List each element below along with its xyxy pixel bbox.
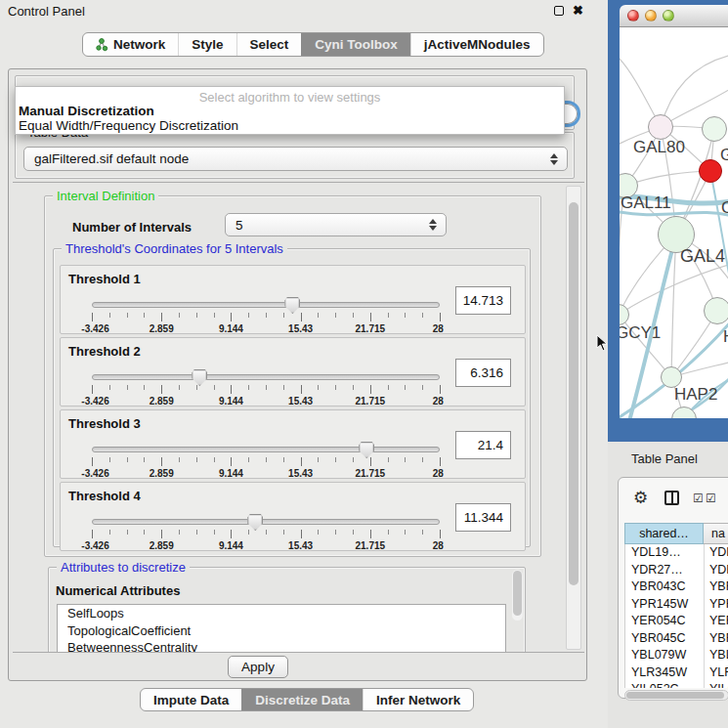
network-canvas[interactable]: GAL80GACGAL11GAL4GCY1HHAP2 [620,27,728,418]
tab-select[interactable]: Select [236,33,302,56]
slider-tick-label: 15.43 [288,468,313,479]
checkbox-icon[interactable]: ☑ [706,492,716,505]
close-traffic-light-icon[interactable] [627,10,639,21]
screenshot-root: Control Panel ✖ Network Style Select Cyn… [0,0,728,728]
dropdown-placeholder-option[interactable]: Select algorithm to view settings [16,87,564,104]
interval-definition-group: Interval Definition Number of Intervals … [44,195,541,557]
threshold-value-field[interactable]: 21.4 [455,431,511,459]
scrollbar-thumb[interactable] [626,692,724,699]
column-header-name[interactable]: na [704,523,728,544]
cyni-toolbox-panel: Discretization Algorithm Table Data galF… [8,68,587,681]
table-horizontal-scrollbar[interactable] [624,690,728,701]
threshold-label: Threshold 3 [68,416,141,431]
close-icon[interactable]: ✖ [573,3,583,18]
scrollbar-thumb[interactable] [569,202,578,585]
cell-shared-name[interactable]: YLR345W [625,664,705,682]
cell-name[interactable]: YLR3 [705,664,728,682]
slider-tick-label: 28 [433,323,444,334]
network-node[interactable] [648,114,673,140]
column-header-shared-name[interactable]: shared… [624,523,704,544]
slider-thumb[interactable] [192,369,207,386]
slider-thumb[interactable] [284,297,300,314]
attribute-list-item[interactable]: SelfLoops [58,605,505,622]
cell-name[interactable]: YIL0 [705,681,728,688]
settings-vertical-scrollbar[interactable] [566,186,581,650]
threshold-2-slider[interactable]: -3.4262.8599.14415.4321.71528 [92,371,440,407]
tab-discretize-data[interactable]: Discretize Data [241,689,363,710]
apply-button[interactable]: Apply [228,656,288,678]
table-row[interactable]: YDL19… YDL1 [625,544,728,562]
threshold-value-field[interactable]: 6.316 [455,359,511,387]
threshold-4-slider[interactable]: -3.4262.8599.14415.4321.71528 [92,516,440,551]
number-of-intervals-combobox[interactable]: 5 [225,213,447,236]
table-row[interactable]: YLR345W YLR3 [625,664,728,682]
list-scrollbar[interactable] [512,570,523,621]
slider-major-ticks [92,530,442,538]
tab-infer-network[interactable]: Infer Network [363,689,473,710]
attributes-group: Attributes to discretize Numerical Attri… [48,567,526,653]
cell-name[interactable]: YBL0 [705,647,728,664]
network-node[interactable] [661,366,682,388]
cell-shared-name[interactable]: YDR27… [625,562,705,579]
slider-tick-label: 9.144 [219,468,243,479]
tab-label: Network [113,37,165,52]
float-window-icon[interactable] [554,6,564,16]
cell-shared-name[interactable]: YPR145W [625,596,705,614]
cell-name[interactable]: YDR2 [705,562,728,579]
cell-name[interactable]: YER0 [705,613,728,630]
gear-icon[interactable]: ⚙ [633,488,648,508]
slider-track[interactable] [92,519,440,525]
table-data-combobox[interactable]: galFiltered.sif default node [23,147,568,171]
threshold-3-slider[interactable]: -3.4262.8599.14415.4321.71528 [92,444,440,479]
tab-cyni-toolbox[interactable]: Cyni Toolbox [301,33,410,56]
cell-shared-name[interactable]: YBR043C [625,578,705,596]
attribute-list-item[interactable]: BetweennessCentrality [58,639,505,653]
slider-scale: -3.4262.8599.14415.4321.71528 [92,396,440,407]
table-row[interactable]: YIL052C YIL0 [625,681,728,688]
table-row[interactable]: YBR043C YBR0 [625,578,728,596]
split-columns-icon[interactable] [664,491,679,505]
threshold-value-field[interactable]: 11.344 [455,503,511,532]
table-row[interactable]: YER054C YER0 [625,613,728,630]
network-node[interactable] [702,116,727,142]
cell-name[interactable]: YBR0 [705,578,728,596]
tab-jactivemnodules[interactable]: jActiveMNodules [410,33,543,56]
cell-name[interactable]: YDL1 [705,544,728,562]
minimize-traffic-light-icon[interactable] [645,10,657,21]
tab-network[interactable]: Network [83,33,178,56]
table-row[interactable]: YBR045C YBR0 [625,630,728,648]
group-title: Threshold's Coordinates for 5 Intervals [62,241,287,256]
cell-shared-name[interactable]: YBL079W [625,647,705,664]
dropdown-option-manual-discretization[interactable]: Manual Discretization [16,104,564,118]
cell-shared-name[interactable]: YIL052C [625,681,705,688]
cell-shared-name[interactable]: YDL19… [625,544,705,562]
threshold-1-slider[interactable]: -3.4262.8599.14415.4321.71528 [92,299,440,334]
cell-shared-name[interactable]: YBR045C [625,630,705,648]
table-header-row: shared… na [624,523,728,544]
table-row[interactable]: YDR27… YDR2 [625,562,728,579]
slider-thumb[interactable] [247,514,263,531]
slider-track[interactable] [92,374,440,380]
zoom-traffic-light-icon[interactable] [663,10,674,21]
network-node[interactable] [658,216,695,253]
cell-name[interactable]: YPR1 [705,596,728,614]
tab-impute-data[interactable]: Impute Data [141,689,241,710]
slider-tick-label: 21.715 [356,468,386,479]
cell-shared-name[interactable]: YER054C [625,613,705,630]
slider-thumb[interactable] [359,442,374,458]
slider-track[interactable] [92,447,440,452]
table-row[interactable]: YBL079W YBL0 [625,647,728,664]
tab-style[interactable]: Style [178,33,236,56]
threshold-value-field[interactable]: 14.713 [455,286,511,315]
network-window-titlebar[interactable] [620,5,728,27]
scrollbar-thumb[interactable] [513,571,522,616]
cyni-bottom-tabbar: Impute Data Discretize Data Infer Networ… [140,688,474,711]
network-node[interactable] [704,297,728,324]
checkbox-icon[interactable]: ☑ [693,492,704,505]
dropdown-option-equal-width-frequency[interactable]: Equal Width/Frequency Discretization [16,118,564,133]
cell-name[interactable]: YBR0 [705,630,728,648]
network-node[interactable] [699,159,722,183]
slider-track[interactable] [92,302,440,308]
table-row[interactable]: YPR145W YPR1 [625,596,728,614]
attribute-list-item[interactable]: TopologicalCoefficient [58,622,505,640]
